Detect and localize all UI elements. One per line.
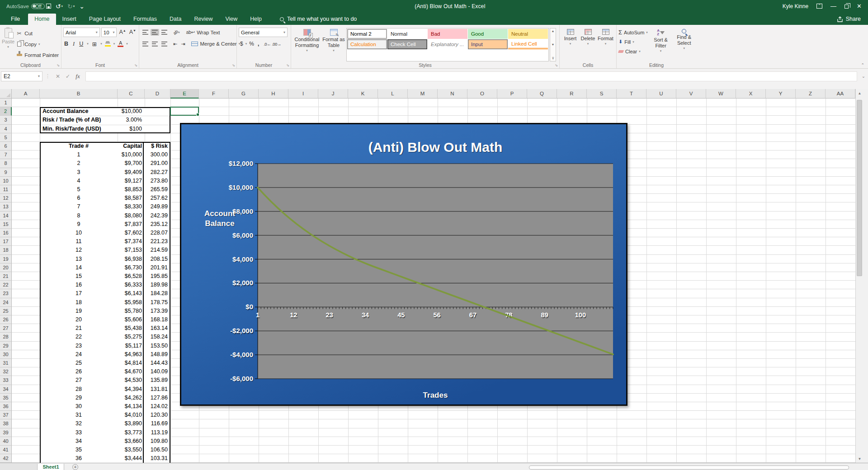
capital-cell[interactable]: $6,730 [118,263,142,272]
capital-cell[interactable]: $5,275 [118,333,142,341]
trade-number-cell[interactable]: 34 [41,437,117,446]
risk-cell[interactable]: 148.89 [145,350,168,359]
row-header-38[interactable]: 38 [0,419,12,428]
risk-cell[interactable]: 106.50 [145,446,168,454]
column-header-Q[interactable]: Q [527,89,557,99]
formula-input[interactable] [85,71,857,81]
capital-cell[interactable]: $10,000 [118,150,142,159]
redo-button[interactable]: ↻▾ [67,3,75,9]
style-calculation[interactable]: Calculation [347,39,387,49]
risk-cell[interactable]: 135.89 [145,376,168,385]
trade-number-cell[interactable]: 26 [41,367,117,376]
minimize-button[interactable]: — [830,3,836,9]
risk-cell[interactable]: 116.69 [145,419,168,428]
column-header-S[interactable]: S [587,89,617,99]
risk-cell[interactable]: 228.07 [145,229,168,237]
capital-cell[interactable]: $7,837 [118,220,142,229]
risk-cell[interactable]: 189.98 [145,281,168,289]
capital-cell[interactable]: $6,333 [118,281,142,289]
style-input[interactable]: Input [468,39,508,49]
style-check-cell[interactable]: Check Cell [387,39,427,49]
tab-insert[interactable]: Insert [56,14,83,25]
row-header-4[interactable]: 4 [0,125,12,133]
risk-cell[interactable]: 257.62 [145,194,168,202]
select-all-corner[interactable] [0,89,12,99]
capital-cell[interactable]: $4,963 [118,350,142,359]
scroll-down-icon[interactable]: ▼ [856,455,863,463]
trade-number-cell[interactable]: 32 [41,419,117,428]
capital-cell[interactable]: $7,602 [118,229,142,237]
bold-button[interactable]: B [63,41,69,47]
capital-cell[interactable]: $7,374 [118,237,142,246]
column-header-N[interactable]: N [438,89,467,99]
capital-cell[interactable]: $6,938 [118,255,142,263]
column-header-C[interactable]: C [118,89,145,99]
column-header-U[interactable]: U [646,89,676,99]
horizontal-scroll-thumb[interactable] [529,465,849,470]
format-as-table-button[interactable]: Format as Table ▾ [321,26,346,61]
trade-number-cell[interactable]: 9 [41,220,117,229]
capital-cell[interactable]: $3,890 [118,419,142,428]
row-header-25[interactable]: 25 [0,307,12,315]
row-header-24[interactable]: 24 [0,298,12,307]
column-header-J[interactable]: J [318,89,348,99]
conditional-formatting-button[interactable]: Conditional Formatting ▾ [293,26,321,61]
sheet-tab[interactable]: Sheet1 [38,464,64,470]
row-header-30[interactable]: 30 [0,350,12,359]
summary-table[interactable]: Account Balance$10,000Risk / Trade (% of… [40,107,170,133]
style-neutral[interactable]: Neutral [508,29,548,39]
capital-cell[interactable]: $5,606 [118,315,142,324]
middle-align-button[interactable] [151,29,159,36]
row-header-39[interactable]: 39 [0,428,12,437]
capital-cell[interactable]: $6,528 [118,272,142,281]
column-header-I[interactable]: I [288,89,318,99]
collapse-ribbon-icon[interactable]: ⌃ [861,63,864,67]
align-right-button[interactable] [160,41,169,47]
top-align-button[interactable] [141,29,150,36]
capital-cell[interactable]: $8,587 [118,194,142,202]
trade-number-cell[interactable]: 7 [41,202,117,211]
risk-cell[interactable]: 291.00 [145,159,168,168]
column-header-R[interactable]: R [557,89,587,99]
capital-cell[interactable]: $8,080 [118,212,142,220]
column-header-X[interactable]: X [736,89,766,99]
new-sheet-button[interactable]: + [72,464,78,470]
sheet-nav-area[interactable] [0,464,38,470]
font-size-select[interactable]: 10▾ [101,28,117,37]
risk-cell[interactable]: 103.31 [145,454,168,463]
row-header-16[interactable]: 16 [0,229,12,237]
column-header-E[interactable]: E [170,89,199,99]
row-header-37[interactable]: 37 [0,411,12,419]
row-header-28[interactable]: 28 [0,333,12,341]
style-bad[interactable]: Bad [428,29,467,39]
trade-number-cell[interactable]: 21 [41,324,117,333]
copy-button[interactable]: Copy▾ [14,39,60,49]
trade-number-cell[interactable]: 31 [41,411,117,419]
autosum-button[interactable]: ΣAutoSum▾ [618,28,648,37]
percent-format-button[interactable]: % [248,41,255,47]
risk-cell[interactable]: 140.09 [145,367,168,376]
capital-cell[interactable]: $9,409 [118,168,142,177]
tellme-box[interactable]: Tell me what you want to do [280,16,357,25]
tab-home[interactable]: Home [28,14,56,25]
risk-cell[interactable]: 184.28 [145,289,168,298]
trade-number-cell[interactable]: 8 [41,212,117,220]
styles-dialog-launcher[interactable]: ⇘ [555,63,558,67]
trade-number-cell[interactable]: 3 [41,168,117,177]
format-painter-button[interactable]: Format Painter [14,50,60,60]
orientation-button[interactable]: ab▾ [172,29,181,36]
styles-more-icon[interactable]: ⊽ [552,56,554,60]
fill-color-button[interactable] [105,41,111,47]
row-header-17[interactable]: 17 [0,237,12,246]
risk-cell[interactable]: 124.02 [145,402,168,411]
row-header-14[interactable]: 14 [0,212,12,220]
row-header-5[interactable]: 5 [0,133,12,142]
risk-cell[interactable]: 195.85 [145,272,168,281]
trade-number-cell[interactable]: 25 [41,359,117,367]
style-explanatory[interactable]: Explanatory ... [428,39,467,49]
risk-cell[interactable]: 201.91 [145,263,168,272]
trade-number-cell[interactable]: 5 [41,185,117,194]
insert-cells-button[interactable]: Insert▾ [561,26,579,61]
column-header-V[interactable]: V [676,89,706,99]
capital-cell[interactable]: $4,134 [118,402,142,411]
